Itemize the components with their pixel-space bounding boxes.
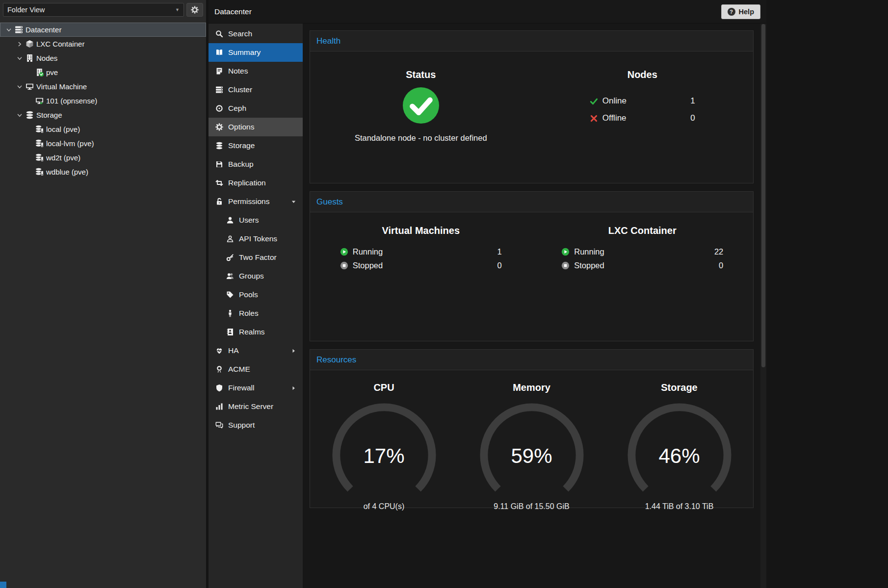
health-nodes-column: Nodes Online 1 Offline 0 bbox=[532, 51, 754, 183]
scrollbar[interactable] bbox=[760, 24, 766, 588]
chevron-right-icon bbox=[290, 385, 297, 391]
tree-item-nodes[interactable]: Nodes bbox=[0, 51, 206, 65]
tree-item-label: 101 (opnsense) bbox=[46, 97, 97, 105]
lxc-heading: LXC Container bbox=[532, 225, 754, 236]
menu-item-label: Pools bbox=[239, 290, 258, 299]
chevron-down-icon[interactable] bbox=[16, 83, 23, 90]
menu-item-search[interactable]: Search bbox=[209, 25, 303, 43]
menu-item-label: Users bbox=[239, 216, 259, 225]
online-value: 1 bbox=[690, 96, 695, 106]
menu-item-label: Groups bbox=[239, 272, 264, 281]
datacenter-menu: Search Summary Notes Cluster Ceph bbox=[209, 24, 303, 588]
menu-item-label: Metric Server bbox=[228, 402, 273, 411]
menu-item-two-factor[interactable]: Two Factor bbox=[209, 248, 303, 267]
user-icon bbox=[226, 216, 234, 224]
guests-lxc-column: LXC Container Running 22 Stopped bbox=[532, 212, 754, 341]
book-icon bbox=[215, 49, 223, 56]
running-value: 1 bbox=[497, 247, 502, 256]
tree-item-storage-local[interactable]: local (pve) bbox=[0, 122, 206, 136]
tree-item-virtual-machine[interactable]: Virtual Machine bbox=[0, 79, 206, 94]
server-icon bbox=[215, 86, 223, 94]
node-online-icon bbox=[35, 68, 44, 77]
chevron-right-icon[interactable] bbox=[16, 41, 23, 48]
floppy-icon bbox=[215, 160, 223, 168]
bar-chart-icon bbox=[215, 403, 223, 410]
menu-item-storage[interactable]: Storage bbox=[209, 136, 303, 155]
view-mode-select[interactable]: Folder View ▼ bbox=[3, 3, 184, 17]
panel-title: Guests bbox=[316, 197, 343, 207]
chevron-down-icon[interactable] bbox=[16, 55, 23, 62]
tree-item-storage-local-lvm[interactable]: local-lvm (pve) bbox=[0, 136, 206, 151]
menu-item-replication[interactable]: Replication bbox=[209, 174, 303, 192]
cpu-column: CPU 17% of 4 CPU(s) bbox=[310, 370, 458, 508]
menu-item-label: Summary bbox=[228, 48, 261, 57]
storage-heading: Storage bbox=[605, 382, 753, 393]
help-button[interactable]: ? Help bbox=[721, 4, 760, 19]
tree-item-storage-wdblue[interactable]: wdblue (pve) bbox=[0, 165, 206, 179]
resources-panel-header: Resources bbox=[310, 350, 753, 370]
menu-item-realms[interactable]: Realms bbox=[209, 323, 303, 341]
menu-item-label: Roles bbox=[239, 309, 259, 318]
menu-item-cluster[interactable]: Cluster bbox=[209, 80, 303, 99]
tree-item-lxc-container[interactable]: LXC Container bbox=[0, 37, 206, 51]
chevron-down-icon[interactable] bbox=[5, 26, 12, 33]
splitter-expand-handle[interactable] bbox=[0, 582, 6, 588]
tag-icon bbox=[226, 291, 234, 299]
memory-heading: Memory bbox=[458, 382, 605, 393]
menu-item-label: Ceph bbox=[228, 104, 246, 113]
menu-item-ha[interactable]: HA bbox=[209, 341, 303, 360]
tree-item-storage[interactable]: Storage bbox=[0, 108, 206, 122]
tree-item-vm-101[interactable]: 101 (opnsense) bbox=[0, 94, 206, 108]
vm-running-icon bbox=[35, 97, 44, 105]
tree-settings-button[interactable] bbox=[186, 3, 203, 17]
menu-item-api-tokens[interactable]: API Tokens bbox=[209, 230, 303, 248]
nodes-offline-row: Offline 0 bbox=[590, 113, 695, 123]
stop-circle-icon bbox=[340, 261, 348, 270]
tree-item-datacenter[interactable]: Datacenter bbox=[0, 23, 206, 37]
menu-item-acme[interactable]: ACME bbox=[209, 360, 303, 379]
menu-item-backup[interactable]: Backup bbox=[209, 155, 303, 174]
content-header: Datacenter ? Help bbox=[209, 0, 766, 24]
vm-heading: Virtual Machines bbox=[310, 225, 532, 236]
storage-disk-icon bbox=[35, 139, 44, 148]
menu-item-support[interactable]: Support bbox=[209, 416, 303, 435]
cpu-gauge: 17% of 4 CPU(s) bbox=[324, 395, 444, 512]
memory-subtitle: 9.11 GiB of 15.50 GiB bbox=[472, 502, 592, 511]
menu-item-metric-server[interactable]: Metric Server bbox=[209, 397, 303, 416]
heartbeat-icon bbox=[215, 347, 223, 355]
tree-item-pve[interactable]: pve bbox=[0, 65, 206, 79]
tree-item-label: LXC Container bbox=[36, 40, 84, 48]
menu-item-ceph[interactable]: Ceph bbox=[209, 99, 303, 118]
menu-item-firewall[interactable]: Firewall bbox=[209, 379, 303, 397]
resources-panel: Resources CPU 17% of 4 CPU(s) bbox=[310, 349, 754, 508]
menu-item-label: Replication bbox=[228, 179, 266, 187]
note-icon bbox=[215, 67, 223, 75]
memory-column: Memory 59% 9.11 GiB of 15.50 GiB bbox=[458, 370, 605, 508]
menu-item-summary[interactable]: Summary bbox=[209, 43, 303, 62]
panel-title: Resources bbox=[316, 355, 356, 365]
menu-item-notes[interactable]: Notes bbox=[209, 62, 303, 80]
menu-item-permissions[interactable]: Permissions bbox=[209, 192, 303, 211]
menu-item-label: Notes bbox=[228, 67, 248, 76]
storage-disk-icon bbox=[35, 153, 44, 162]
check-icon bbox=[590, 97, 598, 105]
shield-icon bbox=[215, 384, 223, 392]
tree-item-label: local-lvm (pve) bbox=[46, 139, 94, 148]
menu-item-label: Search bbox=[228, 29, 252, 38]
storage-gauge: 46% 1.44 TiB of 3.10 TiB bbox=[620, 395, 739, 512]
guests-vm-column: Virtual Machines Running 1 Stopped bbox=[310, 212, 532, 341]
menu-item-pools[interactable]: Pools bbox=[209, 285, 303, 304]
menu-item-options[interactable]: Options bbox=[209, 118, 303, 136]
tree-item-storage-wd2t[interactable]: wd2t (pve) bbox=[0, 151, 206, 165]
database-icon bbox=[26, 111, 34, 119]
menu-item-label: ACME bbox=[228, 365, 250, 374]
menu-item-users[interactable]: Users bbox=[209, 211, 303, 230]
status-ok-icon bbox=[403, 87, 439, 124]
menu-item-groups[interactable]: Groups bbox=[209, 267, 303, 285]
menu-item-label: HA bbox=[228, 346, 239, 355]
menu-item-roles[interactable]: Roles bbox=[209, 304, 303, 323]
group-icon bbox=[226, 272, 234, 280]
summary-content: Health Status Standalone node - no clust… bbox=[303, 24, 760, 588]
chevron-down-icon[interactable] bbox=[16, 112, 23, 119]
scrollbar-thumb[interactable] bbox=[761, 24, 765, 367]
